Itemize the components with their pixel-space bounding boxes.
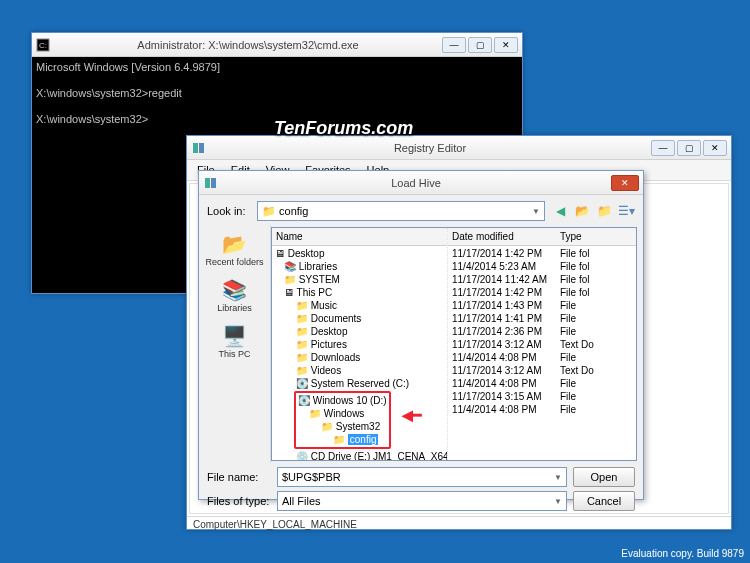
type-cell: Text Do — [560, 338, 632, 351]
place-label: Libraries — [217, 303, 252, 313]
filename-label: File name: — [207, 471, 271, 483]
minimize-button[interactable]: — — [651, 140, 675, 156]
place-label: Recent folders — [205, 257, 263, 267]
maximize-button[interactable]: ▢ — [677, 140, 701, 156]
type-cell: File — [560, 325, 632, 338]
date-cell: 11/17/2014 3:12 AM — [452, 338, 552, 351]
regedit-icon — [203, 176, 217, 190]
close-button[interactable]: ✕ — [611, 175, 639, 191]
svg-rect-5 — [211, 178, 216, 188]
filename-value: $UPG$PBR — [282, 471, 341, 483]
svg-text:C:: C: — [39, 41, 47, 50]
type-cell: File fol — [560, 247, 632, 260]
highlighted-path: 💽 Windows 10 (D:) 📁 Windows 📁 System32 📁… — [294, 391, 391, 449]
open-button[interactable]: Open — [573, 467, 635, 487]
place-label: This PC — [218, 349, 250, 359]
folder-tree[interactable]: 🖥 Desktop 📚 Libraries 📁 SYSTEM 🖥 This PC… — [272, 246, 447, 460]
regedit-icon — [191, 141, 205, 155]
date-column: 11/17/2014 1:42 PM11/4/2014 5:23 AM11/17… — [448, 246, 556, 417]
chevron-down-icon: ▼ — [554, 473, 562, 482]
pc-icon: 🖥️ — [220, 323, 248, 349]
place-recent[interactable]: 📂 Recent folders — [205, 231, 263, 267]
col-date[interactable]: Date modified — [448, 228, 556, 246]
regedit-titlebar[interactable]: Registry Editor — ▢ ✕ — [187, 136, 731, 160]
chevron-down-icon: ▼ — [532, 207, 540, 216]
svg-rect-2 — [193, 143, 198, 153]
type-cell: File — [560, 312, 632, 325]
date-cell: 11/17/2014 3:15 AM — [452, 390, 552, 403]
date-cell: 11/17/2014 3:12 AM — [452, 364, 552, 377]
type-cell: File — [560, 299, 632, 312]
views-icon[interactable]: ☰▾ — [617, 202, 635, 220]
recent-icon: 📂 — [221, 231, 249, 257]
close-button[interactable]: ✕ — [703, 140, 727, 156]
cmd-titlebar[interactable]: C: Administrator: X:\windows\system32\cm… — [32, 33, 522, 57]
filetype-value: All Files — [282, 495, 321, 507]
svg-rect-3 — [199, 143, 204, 153]
date-cell: 11/4/2014 4:08 PM — [452, 377, 552, 390]
filetype-combo[interactable]: All Files ▼ — [277, 491, 567, 511]
place-libraries[interactable]: 📚 Libraries — [217, 277, 252, 313]
regedit-statusbar: Computer\HKEY_LOCAL_MACHINE — [187, 516, 731, 532]
lookin-label: Look in: — [207, 205, 251, 217]
cancel-button[interactable]: Cancel — [573, 491, 635, 511]
back-icon[interactable]: ◀ — [551, 202, 569, 220]
date-cell: 11/4/2014 5:23 AM — [452, 260, 552, 273]
type-cell: File — [560, 403, 632, 416]
date-cell: 11/4/2014 4:08 PM — [452, 403, 552, 416]
console-line: X:\windows\system32>regedit — [36, 87, 182, 99]
type-cell: File — [560, 377, 632, 390]
date-cell: 11/4/2014 4:08 PM — [452, 351, 552, 364]
selected-folder[interactable]: config — [348, 434, 379, 445]
date-cell: 11/17/2014 1:41 PM — [452, 312, 552, 325]
console-line: X:\windows\system32> — [36, 113, 148, 125]
close-button[interactable]: ✕ — [494, 37, 518, 53]
lookin-combo[interactable]: 📁 config ▼ — [257, 201, 545, 221]
load-hive-dialog: Load Hive ✕ Look in: 📁 config ▼ ◀ 📂 📁 ☰▾… — [198, 170, 644, 500]
date-cell: 11/17/2014 2:36 PM — [452, 325, 552, 338]
date-cell: 11/17/2014 1:42 PM — [452, 247, 552, 260]
console-line: Microsoft Windows [Version 6.4.9879] — [36, 61, 220, 73]
svg-rect-4 — [205, 178, 210, 188]
type-cell: File — [560, 390, 632, 403]
cmd-title: Administrator: X:\windows\system32\cmd.e… — [54, 39, 442, 51]
maximize-button[interactable]: ▢ — [468, 37, 492, 53]
col-name[interactable]: Name — [272, 228, 447, 246]
type-cell: File fol — [560, 286, 632, 299]
regedit-title: Registry Editor — [209, 142, 651, 154]
cmd-icon: C: — [36, 38, 50, 52]
date-cell: 11/17/2014 1:42 PM — [452, 286, 552, 299]
loadhive-bottom: File name: $UPG$PBR ▼ Open Files of type… — [199, 463, 643, 515]
type-cell: File fol — [560, 260, 632, 273]
file-list: Name 🖥 Desktop 📚 Libraries 📁 SYSTEM 🖥 Th… — [271, 227, 637, 461]
minimize-button[interactable]: — — [442, 37, 466, 53]
filetype-label: Files of type: — [207, 495, 271, 507]
chevron-down-icon: ▼ — [554, 497, 562, 506]
places-bar: 📂 Recent folders 📚 Libraries 🖥️ This PC — [199, 225, 271, 463]
lookin-value: config — [279, 205, 308, 217]
filename-input[interactable]: $UPG$PBR ▼ — [277, 467, 567, 487]
type-column: File folFile folFile folFile folFileFile… — [556, 246, 636, 417]
red-arrow-icon: ◀━ — [402, 409, 421, 422]
up-icon[interactable]: 📂 — [573, 202, 591, 220]
date-cell: 11/17/2014 1:43 PM — [452, 299, 552, 312]
type-cell: File fol — [560, 273, 632, 286]
place-thispc[interactable]: 🖥️ This PC — [218, 323, 250, 359]
loadhive-titlebar[interactable]: Load Hive ✕ — [199, 171, 643, 195]
evaluation-label: Evaluation copy. Build 9879 — [621, 548, 744, 559]
col-type[interactable]: Type — [556, 228, 636, 246]
libraries-icon: 📚 — [220, 277, 248, 303]
type-cell: File — [560, 351, 632, 364]
type-cell: Text Do — [560, 364, 632, 377]
loadhive-title: Load Hive — [221, 177, 611, 189]
loadhive-toolbar: Look in: 📁 config ▼ ◀ 📂 📁 ☰▾ — [199, 195, 643, 225]
date-cell: 11/17/2014 11:42 AM — [452, 273, 552, 286]
newfolder-icon[interactable]: 📁 — [595, 202, 613, 220]
